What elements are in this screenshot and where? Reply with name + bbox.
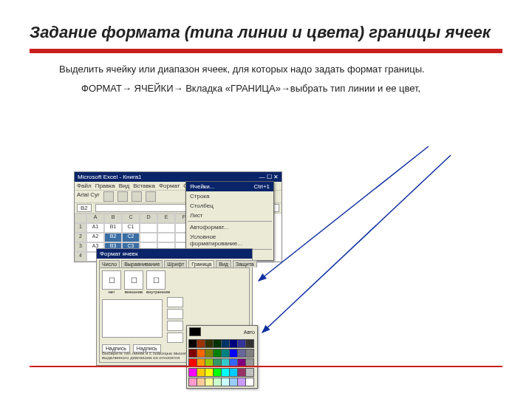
- menu-item: Условное форматирование...: [186, 232, 273, 248]
- row-header: 3: [75, 242, 86, 252]
- dialog-title: Формат ячеек: [97, 249, 252, 259]
- line-style: [167, 321, 183, 331]
- dialog-tab: Число: [99, 260, 120, 267]
- row-header: 2: [75, 233, 86, 242]
- page-title: Задание формата (типа линии и цвета) гра…: [30, 22, 502, 43]
- menu-item: Правка: [95, 183, 115, 189]
- toolbar-btn: [103, 191, 114, 202]
- border-presets: ☐нет☐внешние☐внутренние: [102, 270, 247, 294]
- cell: C1: [122, 223, 140, 233]
- dialog-tab: Шрифт: [164, 260, 187, 267]
- svg-line-0: [259, 146, 429, 281]
- cell: [157, 223, 175, 233]
- font-name: Arial Cyr: [77, 191, 100, 202]
- menu-item: Ячейки...Ctrl+1: [186, 182, 273, 191]
- cell: [157, 233, 175, 242]
- auto-swatch: [189, 327, 201, 336]
- dialog-tabs: ЧислоВыравниваниеШрифтГраницаВидЗащита: [97, 259, 252, 267]
- color-swatch: [245, 349, 254, 358]
- name-box: B2: [77, 204, 92, 212]
- preset-label: нет: [102, 290, 121, 294]
- menu-item: Файл: [77, 183, 92, 189]
- cell: A1: [86, 223, 104, 233]
- col-header: C: [122, 214, 140, 223]
- color-swatch: [245, 339, 254, 348]
- toolbar-btn: [132, 191, 142, 202]
- cell: B2: [104, 233, 122, 242]
- menu-item: [188, 221, 272, 222]
- menu-item: Автоформат...: [186, 222, 273, 232]
- row-header: 4: [75, 252, 86, 262]
- dialog-tab: Вид: [216, 260, 231, 267]
- border-preview: [102, 299, 163, 338]
- row-header: 1: [75, 223, 86, 233]
- cell: B1: [104, 223, 122, 233]
- divider: [30, 49, 502, 53]
- col-header: B: [104, 214, 122, 223]
- col-header: E: [157, 214, 175, 223]
- color-swatch: [245, 368, 254, 377]
- line-style-list: [167, 297, 183, 344]
- svg-line-1: [262, 155, 451, 332]
- line-style: [167, 309, 183, 319]
- preset-label: внутренние: [146, 290, 170, 294]
- instruction-2: ФОРМАТ→ ЯЧЕЙКИ→ Вкладка «ГРАНИЦА»→выбрат…: [81, 83, 480, 95]
- preset-icon: ☐: [102, 270, 121, 290]
- color-swatch: [245, 378, 254, 386]
- dialog-tab: Выравнивание: [121, 260, 163, 267]
- window-title: Microsoft Excel - Книга1: [78, 174, 142, 180]
- window-controls: — ☐ ✕: [259, 174, 279, 180]
- col-header: [75, 214, 86, 223]
- cell: A2: [86, 233, 104, 242]
- menu-item: Формат: [159, 183, 180, 189]
- menu-item: Строка: [186, 191, 273, 201]
- instruction-1: Выделить ячейку или диапазон ячеек, для …: [59, 64, 473, 76]
- dialog-tab: Защита: [233, 260, 257, 267]
- col-header: D: [140, 214, 157, 223]
- footer-bar: [30, 366, 502, 367]
- col-header: A: [86, 214, 104, 223]
- auto-label: Авто: [244, 330, 255, 335]
- cell: [140, 223, 157, 233]
- line-style: [167, 297, 183, 307]
- dialog-tab: Граница: [188, 260, 214, 267]
- preset-icon: ☐: [124, 270, 143, 290]
- cell: C2: [122, 233, 140, 242]
- menu-item: Вид: [119, 183, 129, 189]
- cell: [140, 233, 157, 242]
- palette-grid: [187, 338, 257, 388]
- menu-item: Столбец: [186, 201, 273, 211]
- toolbar-btn: [117, 191, 128, 202]
- preset-label: внешние: [124, 290, 143, 294]
- color-palette: Авто: [186, 325, 258, 389]
- menu-item: Лист: [186, 211, 273, 220]
- toolbar-btn: [146, 191, 156, 202]
- line-style: [167, 332, 183, 343]
- preset-icon: ☐: [146, 270, 166, 290]
- menu-item: Вставка: [133, 183, 155, 189]
